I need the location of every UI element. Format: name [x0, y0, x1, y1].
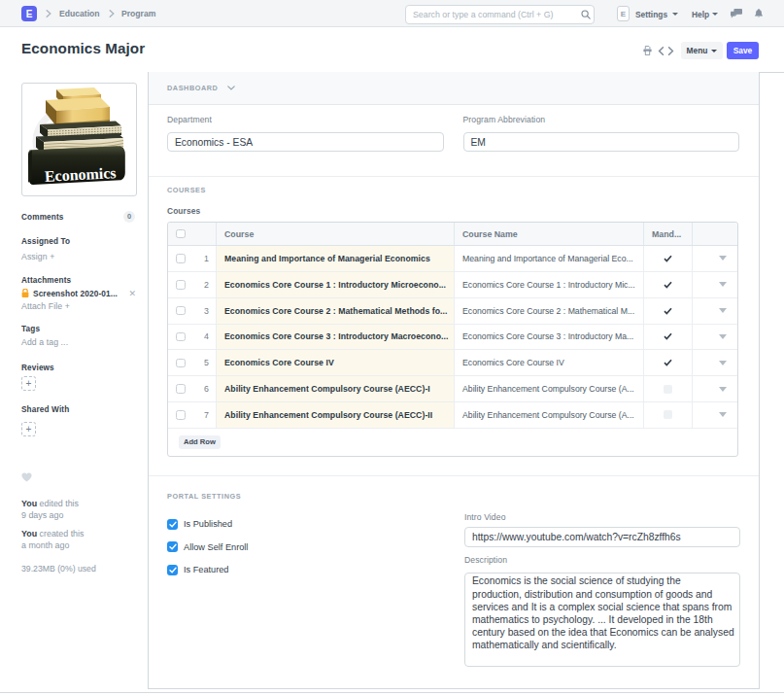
check-icon — [169, 543, 177, 550]
chat-icon[interactable] — [731, 9, 742, 20]
mandatory-cell[interactable] — [644, 402, 693, 428]
assign-link[interactable]: Assign + — [21, 252, 54, 261]
course-name-cell[interactable]: Economics Core Course 1 : Introductory M… — [455, 272, 644, 297]
row-select-checkbox[interactable] — [176, 254, 186, 263]
field-abbreviation: Program Abbreviation — [463, 115, 740, 152]
check-icon — [169, 567, 177, 573]
record-image[interactable]: Economics — [21, 83, 137, 196]
app-logo[interactable]: E — [21, 6, 37, 21]
bell-icon[interactable] — [754, 9, 764, 19]
checkbox-checked[interactable] — [167, 519, 178, 530]
row-toggle-cell[interactable] — [693, 325, 735, 350]
print-icon[interactable] — [643, 46, 652, 57]
course-cell[interactable]: Economics Core Course IV — [217, 350, 455, 375]
dashboard-section-toggle[interactable]: DASHBOARD — [149, 72, 759, 105]
mandatory-cell[interactable] — [644, 246, 693, 271]
department-label: Department — [167, 115, 444, 124]
add-share-button[interactable]: + — [21, 422, 36, 436]
course-name-cell[interactable]: Economics Core Course 2 : Mathematical M… — [455, 298, 644, 324]
checkbox-checked[interactable] — [167, 541, 178, 552]
created-who: You — [21, 529, 37, 539]
course-cell[interactable]: Economics Core Course 1 : Introductory M… — [217, 272, 455, 297]
course-name-cell[interactable]: Meaning and Importance of Managerial Eco… — [455, 246, 644, 271]
row-toggle-cell[interactable] — [693, 272, 735, 297]
help-menu[interactable]: Help — [692, 10, 709, 19]
user-avatar-letter: E — [621, 10, 626, 18]
like-heart[interactable] — [21, 472, 138, 484]
heart-icon — [21, 472, 32, 482]
prev-record-icon[interactable] — [658, 47, 665, 57]
abbreviation-input[interactable] — [463, 132, 740, 152]
remove-attachment-icon[interactable]: ✕ — [128, 289, 136, 298]
attachment-item: Screenshot 2020-01... ✕ — [21, 289, 136, 298]
grid-header-course[interactable]: Course — [217, 223, 455, 245]
row-select-checkbox[interactable] — [176, 280, 186, 290]
row-select-checkbox[interactable] — [176, 384, 186, 394]
portal-checkbox-is-featured[interactable]: Is Featured — [167, 565, 228, 575]
mandatory-cell[interactable] — [644, 325, 693, 350]
add-tag-input[interactable]: Add a tag ... — [21, 337, 68, 347]
sidebar-attachments: Attachments Screenshot 2020-01... ✕ Atta… — [21, 276, 138, 285]
department-input[interactable] — [167, 132, 444, 152]
menu-button-label: Menu — [687, 46, 708, 55]
courses-section-label: COURSES — [167, 186, 739, 194]
breadcrumb-program[interactable]: Program — [121, 9, 155, 18]
breadcrumb-education[interactable]: Education — [59, 9, 100, 18]
row-index: 6 — [186, 384, 217, 394]
next-record-icon[interactable] — [667, 47, 674, 57]
grid-header-course-name[interactable]: Course Name — [455, 223, 644, 245]
grid-header-mandatory[interactable]: Mand... — [644, 223, 693, 245]
course-cell[interactable]: Ability Enhancement Compulsory Course (A… — [217, 376, 455, 401]
description-label: Description — [464, 555, 740, 565]
course-cell[interactable]: Meaning and Importance of Managerial Eco… — [217, 246, 455, 271]
course-name-cell[interactable]: Ability Enhancement Compulsory Course (A… — [455, 376, 644, 401]
footer-divider — [0, 692, 784, 693]
tags-label: Tags — [21, 325, 138, 333]
attachments-label: Attachments — [21, 276, 138, 285]
row-select-checkbox[interactable] — [176, 332, 186, 342]
course-name-cell[interactable]: Economics Core Course IV — [455, 350, 644, 375]
row-toggle-cell[interactable] — [693, 298, 735, 324]
row-toggle-cell[interactable] — [693, 350, 735, 375]
add-review-button[interactable]: + — [21, 376, 36, 391]
search-input[interactable] — [405, 5, 595, 24]
save-button[interactable]: Save — [727, 42, 759, 59]
portal-checkbox-allow-self-enroll[interactable]: Allow Self Enroll — [167, 541, 248, 552]
course-cell[interactable]: Economics Core Course 2 : Mathematical M… — [217, 298, 455, 324]
attach-file-link[interactable]: Attach File + — [21, 301, 70, 311]
attachment-name[interactable]: Screenshot 2020-01... — [33, 289, 118, 298]
intro-video-input[interactable] — [464, 527, 740, 547]
row-select-checkbox[interactable] — [176, 359, 186, 368]
row-toggle-cell[interactable] — [693, 376, 735, 401]
sidebar-shared-with: Shared With + — [21, 405, 138, 414]
courses-grid: Course Course Name Mand... 1Meaning and … — [167, 222, 738, 457]
settings-menu[interactable]: Settings — [635, 10, 667, 19]
mandatory-cell[interactable] — [644, 350, 693, 375]
storage-usage[interactable]: 39.23MB (0%) used — [21, 564, 138, 573]
row-select-checkbox[interactable] — [176, 306, 186, 316]
course-name-cell[interactable]: Ability Enhancement Compulsory Course (A… — [455, 402, 644, 428]
comments-count-badge: 0 — [123, 211, 135, 223]
sidebar-tags: Tags Add a tag ... — [21, 325, 138, 333]
chevron-down-icon — [719, 387, 727, 392]
sidebar-assigned-to: Assigned To Assign + — [21, 237, 138, 246]
select-all-checkbox[interactable] — [176, 229, 186, 239]
course-cell[interactable]: Ability Enhancement Compulsory Course (A… — [217, 402, 455, 428]
grid-header-row: Course Course Name Mand... — [168, 223, 737, 246]
row-select-checkbox[interactable] — [176, 410, 186, 420]
row-toggle-cell[interactable] — [693, 246, 735, 271]
row-toggle-cell[interactable] — [693, 402, 735, 428]
description-textarea[interactable]: Economics is the social science of study… — [464, 573, 740, 667]
course-name-cell[interactable]: Economics Core Course 3 : Introductory M… — [455, 325, 644, 350]
add-row-button[interactable]: Add Row — [179, 435, 221, 449]
portal-checkbox-is-published[interactable]: Is Published — [167, 519, 232, 530]
menu-button[interactable]: Menu — [681, 42, 723, 59]
user-avatar[interactable]: E — [617, 6, 630, 21]
checkbox-checked[interactable] — [167, 565, 178, 575]
checkbox-label: Is Featured — [184, 565, 228, 574]
mandatory-cell[interactable] — [644, 376, 693, 401]
course-cell[interactable]: Economics Core Course 3 : Introductory M… — [217, 325, 455, 350]
comments-label[interactable]: Comments — [21, 213, 64, 222]
mandatory-cell[interactable] — [644, 298, 693, 324]
mandatory-cell[interactable] — [644, 272, 693, 297]
